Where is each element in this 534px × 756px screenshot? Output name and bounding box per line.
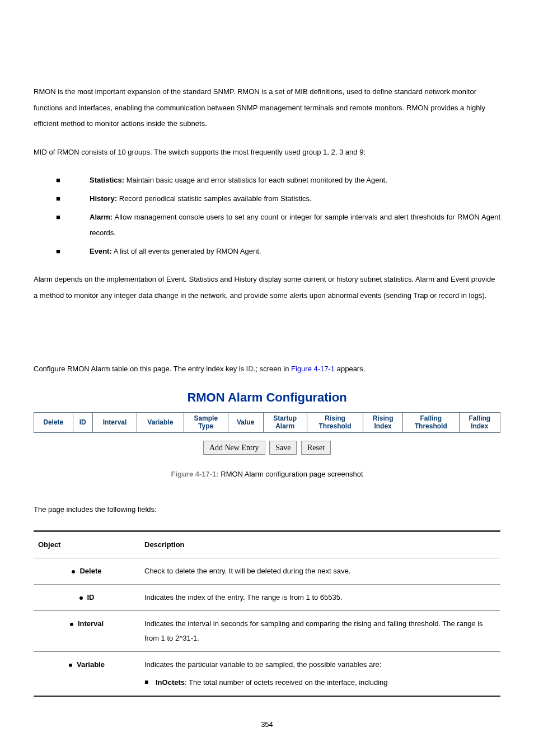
object-cell: Delete	[34, 558, 140, 585]
config-text-c: .; screen in	[254, 365, 291, 373]
col-delete: Delete	[34, 412, 73, 432]
fields-header-description: Description	[140, 531, 500, 558]
page-number: 354	[34, 720, 500, 730]
bullet-history: History: Record periodical statistic sam…	[56, 191, 500, 207]
inner-bullet: InOctets: The total number of octets rec…	[144, 675, 496, 690]
col-sample-type: SampleType	[184, 412, 228, 432]
description-cell: Indicates the interval in seconds for sa…	[140, 611, 500, 652]
col-id: ID	[73, 412, 92, 432]
bullet-text: A list of all events generated by RMON A…	[112, 247, 261, 255]
figure-caption: Figure 4-17-1: RMON Alarm configuration …	[34, 469, 500, 479]
col-variable: Variable	[137, 412, 184, 432]
bullet-text: Maintain basic usage and error statistic…	[124, 176, 387, 184]
table-row: Variable Indicates the particular variab…	[34, 652, 500, 697]
screenshot-title: RMON Alarm Configuration	[34, 389, 500, 407]
bullet-statistics: Statistics: Maintain basic usage and err…	[56, 172, 500, 189]
col-rising-index: RisingIndex	[363, 412, 402, 432]
object-cell: Interval	[34, 611, 140, 652]
config-text-d: appears.	[335, 365, 365, 373]
bullet-label: History:	[90, 194, 117, 203]
object-label: Delete	[79, 567, 101, 575]
alarm-config-table: Delete ID Interval Variable SampleType V…	[34, 412, 500, 433]
object-label: Variable	[77, 660, 105, 669]
table-header-row: Delete ID Interval Variable SampleType V…	[34, 412, 500, 432]
config-bold-id: ID	[246, 365, 254, 373]
bullet-label: Event:	[90, 247, 112, 255]
fields-intro: The page includes the following fields:	[34, 502, 500, 518]
config-line: Configure RMON Alarm table on this page.…	[34, 361, 500, 377]
group-list: Statistics: Maintain basic usage and err…	[34, 172, 500, 259]
bullet-text: Allow management console users to set an…	[90, 213, 500, 237]
inner-bold: InOctets	[156, 678, 185, 687]
button-row: Add New Entry Save Reset	[34, 441, 500, 455]
col-interval: Interval	[93, 412, 137, 432]
figure-link[interactable]: Figure 4-17-1	[291, 365, 335, 373]
bullet-event: Event: A list of all events generated by…	[56, 244, 500, 260]
object-cell: ID	[34, 585, 140, 611]
table-row: Interval Indicates the interval in secon…	[34, 611, 500, 652]
col-falling-index: FallingIndex	[459, 412, 500, 432]
intro-paragraph-2: MID of RMON consists of 10 groups. The s…	[34, 144, 500, 161]
table-row: ID Indicates the index of the entry. The…	[34, 585, 500, 611]
page-content: RMON is the most important expansion of …	[34, 0, 500, 730]
table-row: Delete Check to delete the entry. It wil…	[34, 558, 500, 585]
intro-paragraph-1: RMON is the most important expansion of …	[34, 84, 500, 132]
description-cell: Indicates the particular variable to be …	[140, 652, 500, 697]
description-cell: Check to delete the entry. It will be de…	[140, 558, 500, 585]
intro-paragraph-3: Alarm depends on the implementation of E…	[34, 272, 500, 304]
col-startup-alarm: StartupAlarm	[263, 412, 307, 432]
bullet-text: Record periodical statistic samples avai…	[117, 194, 312, 203]
description-cell: Indicates the index of the entry. The ra…	[140, 585, 500, 611]
caption-text: RMON Alarm configuration page screenshot	[219, 470, 363, 478]
object-label: ID	[87, 593, 95, 601]
fields-header-object: Object	[34, 531, 140, 558]
fields-table: Object Description Delete Check to delet…	[34, 530, 500, 697]
caption-label: Figure 4-17-1:	[171, 470, 218, 478]
col-falling-threshold: FallingThreshold	[402, 412, 459, 432]
col-value: Value	[228, 412, 263, 432]
inner-text: : The total number of octets received on…	[185, 678, 388, 687]
bullet-label: Alarm:	[90, 213, 113, 221]
object-label: Interval	[78, 619, 104, 628]
col-rising-threshold: RisingThreshold	[307, 412, 363, 432]
desc-text: Indicates the particular variable to be …	[144, 660, 381, 669]
bullet-label: Statistics:	[90, 176, 124, 184]
reset-button[interactable]: Reset	[301, 441, 331, 455]
fields-header-row: Object Description	[34, 531, 500, 558]
bullet-alarm: Alarm: Allow management console users to…	[56, 209, 500, 241]
add-new-entry-button[interactable]: Add New Entry	[203, 441, 265, 455]
save-button[interactable]: Save	[269, 441, 297, 455]
object-cell: Variable	[34, 652, 140, 697]
config-text-a: Configure RMON Alarm table on this page.…	[34, 365, 246, 373]
